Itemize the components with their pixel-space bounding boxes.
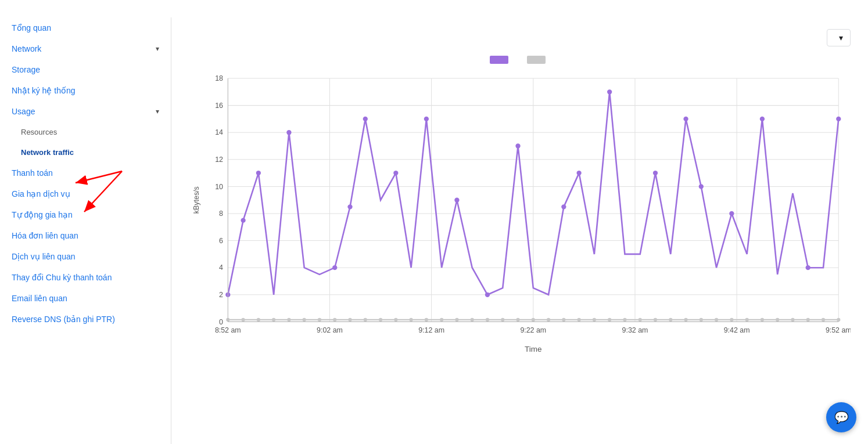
page-title (0, 0, 868, 17)
svg-point-80 (286, 130, 291, 135)
svg-text:10: 10 (215, 183, 223, 191)
sidebar-label-dich-vu: Dịch vụ liên quan (12, 252, 76, 261)
sidebar-label-network-traffic: Network traffic (21, 148, 74, 157)
svg-point-45 (364, 318, 367, 322)
svg-point-63 (639, 318, 642, 322)
svg-point-87 (485, 293, 490, 297)
sidebar-item-thay-doi[interactable]: Thay đổi Chu kỳ thanh toán (0, 267, 171, 288)
sidebar-label-tong-quan: Tổng quan (12, 23, 51, 33)
svg-point-96 (760, 117, 765, 121)
svg-point-47 (394, 318, 397, 322)
sidebar-label-dns: Reverse DNS (bản ghi PTR) (12, 315, 115, 324)
svg-point-59 (578, 318, 581, 322)
svg-point-94 (699, 184, 704, 189)
svg-point-50 (440, 318, 443, 322)
sidebar-label-tu-dong: Tự động gia hạn (12, 210, 73, 219)
svg-point-70 (745, 318, 749, 322)
svg-text:9:02 am: 9:02 am (317, 326, 343, 334)
sidebar: Tổng quanNetwork▾StorageNhật ký hệ thống… (0, 17, 171, 444)
sidebar-item-storage[interactable]: Storage (0, 59, 171, 80)
svg-point-66 (684, 318, 687, 322)
svg-point-82 (347, 204, 352, 209)
sidebar-item-tong-quan[interactable]: Tổng quan (0, 17, 171, 38)
svg-point-98 (836, 117, 841, 121)
svg-text:12: 12 (215, 156, 223, 164)
sidebar-item-dich-vu[interactable]: Dịch vụ liên quan (0, 246, 171, 267)
sidebar-label-thanh-toan: Thanh toán (12, 168, 53, 178)
chart-legend (189, 56, 851, 64)
sidebar-item-network[interactable]: Network▾ (0, 38, 171, 59)
svg-point-51 (455, 318, 458, 322)
time-selector[interactable]: ▾ (827, 29, 851, 46)
svg-point-75 (822, 318, 825, 322)
svg-text:9:22 am: 9:22 am (520, 326, 546, 334)
svg-point-55 (516, 318, 519, 322)
svg-point-57 (547, 318, 550, 322)
svg-point-97 (806, 265, 810, 270)
svg-text:18: 18 (215, 74, 223, 82)
svg-point-62 (623, 318, 626, 322)
sidebar-item-tu-dong[interactable]: Tự động gia hạn (0, 204, 171, 225)
svg-point-83 (363, 117, 368, 121)
svg-point-89 (561, 204, 566, 209)
chat-icon: 💬 (834, 410, 849, 424)
sidebar-item-network-traffic[interactable]: Network traffic (0, 142, 171, 163)
sidebar-item-hoa-don[interactable]: Hóa đơn liên quan (0, 225, 171, 246)
legend-net-out-color (527, 56, 546, 64)
sidebar-item-dns[interactable]: Reverse DNS (bản ghi PTR) (0, 309, 171, 330)
svg-point-74 (806, 318, 810, 322)
svg-point-54 (501, 318, 504, 322)
sidebar-label-resources: Resources (21, 128, 57, 136)
sidebar-item-resources[interactable]: Resources (0, 122, 171, 142)
svg-text:Time: Time (525, 345, 541, 353)
content-area: ▾ 0246810121416188:52 am9:02 am9:12 am9:… (171, 17, 868, 444)
svg-point-91 (607, 89, 612, 94)
svg-point-95 (729, 211, 734, 216)
svg-point-71 (761, 318, 764, 322)
chat-button[interactable]: 💬 (826, 402, 856, 432)
svg-point-46 (379, 318, 382, 322)
svg-text:4: 4 (219, 263, 223, 272)
sidebar-item-usage[interactable]: Usage▾ (0, 101, 171, 122)
svg-point-41 (303, 318, 306, 322)
svg-text:9:32 am: 9:32 am (622, 326, 648, 334)
sidebar-label-gia-han: Gia hạn dịch vụ (12, 189, 70, 198)
network-traffic-chart: 0246810121416188:52 am9:02 am9:12 am9:22… (189, 68, 851, 359)
svg-text:9:12 am: 9:12 am (418, 326, 444, 334)
svg-point-58 (562, 318, 565, 322)
svg-point-61 (608, 318, 611, 322)
sidebar-item-email[interactable]: Email liên quan (0, 288, 171, 309)
svg-text:2: 2 (219, 291, 223, 299)
svg-point-49 (425, 318, 428, 322)
svg-point-40 (287, 318, 290, 322)
svg-point-42 (318, 318, 321, 322)
svg-text:0: 0 (219, 318, 223, 326)
svg-point-56 (532, 318, 535, 322)
svg-point-48 (409, 318, 413, 322)
svg-text:6: 6 (219, 237, 223, 245)
svg-point-86 (454, 198, 459, 203)
sidebar-label-storage: Storage (12, 65, 40, 74)
sidebar-item-thanh-toan[interactable]: Thanh toán (0, 163, 171, 183)
svg-point-43 (333, 318, 336, 322)
svg-point-73 (791, 318, 794, 322)
svg-text:9:42 am: 9:42 am (724, 326, 750, 334)
sidebar-label-usage: Usage (12, 107, 35, 116)
sidebar-label-email: Email liên quan (12, 294, 67, 303)
svg-point-69 (730, 318, 733, 322)
svg-text:8:52 am: 8:52 am (215, 326, 241, 334)
svg-point-53 (486, 318, 489, 322)
sidebar-label-thay-doi: Thay đổi Chu kỳ thanh toán (12, 273, 112, 282)
chevron-down-icon: ▾ (839, 33, 843, 42)
chevron-icon: ▾ (156, 45, 159, 53)
svg-point-93 (683, 117, 688, 121)
sidebar-item-nhat-ky[interactable]: Nhật ký hệ thống (0, 80, 171, 101)
svg-point-65 (669, 318, 672, 322)
sidebar-item-gia-han[interactable]: Gia hạn dịch vụ (0, 183, 171, 204)
sidebar-label-network: Network (12, 44, 41, 53)
svg-point-88 (515, 143, 520, 148)
svg-point-38 (257, 318, 260, 322)
svg-point-85 (424, 117, 429, 121)
svg-point-67 (700, 318, 703, 322)
sidebar-label-nhat-ky: Nhật ký hệ thống (12, 86, 76, 95)
